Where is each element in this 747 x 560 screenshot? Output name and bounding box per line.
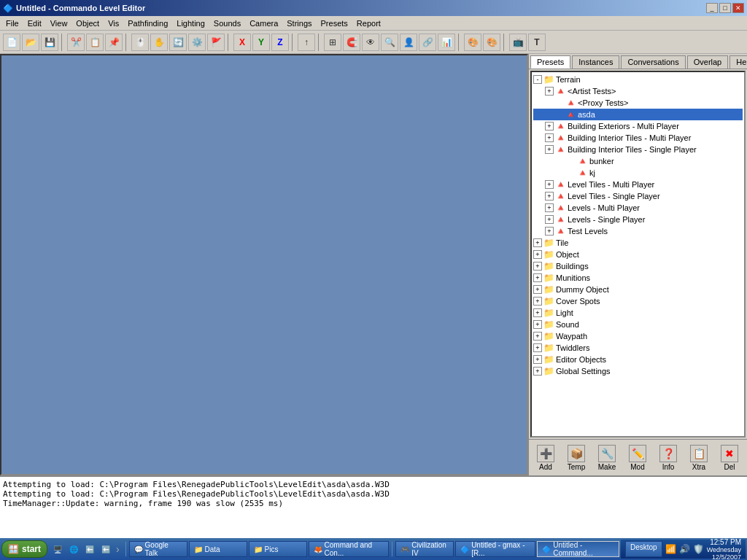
ql-icon-1[interactable]: 🖥️ [50, 542, 65, 556]
expander-building-ext[interactable]: + [545, 122, 554, 131]
menu-edit[interactable]: Edit [23, 18, 46, 29]
expander-global-settings[interactable]: + [533, 367, 542, 376]
expander-cover-spots[interactable]: + [533, 297, 542, 306]
tree-node-terrain[interactable]: - 📁 Terrain [533, 74, 743, 85]
toolbar-cut[interactable]: ✂️ [67, 34, 85, 51]
toolbar-settings[interactable]: ⚙️ [188, 34, 206, 51]
menu-strings[interactable]: Strings [282, 18, 316, 29]
tree-node-test-levels[interactable]: + 🔺 Test Levels [533, 225, 743, 237]
ql-icon-2[interactable]: 🌐 [66, 542, 81, 556]
toolbar-color1[interactable]: 🎨 [464, 34, 481, 51]
expander-waypath[interactable]: + [533, 332, 542, 341]
tab-heightfield[interactable]: Heightfield [729, 55, 747, 69]
tree-node-twiddlers[interactable]: + 📁 Twiddlers [533, 342, 743, 354]
taskbar-commando-active[interactable]: 🔷 Untitled - Command... [537, 541, 619, 557]
tree-node-levels-single[interactable]: + 🔺 Levels - Single Player [533, 214, 743, 225]
tree-node-waypath[interactable]: + 📁 Waypath [533, 330, 743, 342]
tree-node-editor-objects[interactable]: + 📁 Editor Objects [533, 354, 743, 365]
make-button[interactable]: 🔧 Make [593, 443, 621, 472]
expander-editor-objects[interactable]: + [533, 355, 542, 364]
ql-icon-3[interactable]: ⬅️ [82, 542, 97, 556]
tree-node-building-ext-multi[interactable]: + 🔺 Building Exteriors - Multi Player [533, 120, 743, 132]
toolbar-flag[interactable]: 🚩 [207, 34, 225, 51]
add-button[interactable]: ➕ Add [532, 443, 560, 472]
menu-sounds[interactable]: Sounds [209, 18, 245, 29]
expander-building-int-single[interactable]: + [545, 145, 554, 154]
tab-overlap[interactable]: Overlap [687, 55, 729, 69]
viewport[interactable] [0, 54, 528, 475]
tree-node-proxy-tests[interactable]: 🔺 <Proxy Tests> [533, 97, 743, 109]
expander-twiddlers[interactable]: + [533, 343, 542, 352]
desktop-button[interactable]: Desktop [625, 541, 662, 557]
expander-levels-single[interactable]: + [545, 215, 554, 224]
menu-presets[interactable]: Presets [317, 18, 352, 29]
expander-sound[interactable]: + [533, 320, 542, 329]
expander-tile[interactable]: + [533, 238, 542, 247]
menu-report[interactable]: Report [352, 18, 385, 29]
toolbar-copy[interactable]: 📋 [86, 34, 104, 51]
del-button[interactable]: ✖ Del [716, 443, 743, 472]
menu-pathfinding[interactable]: Pathfinding [123, 18, 172, 29]
menu-file[interactable]: File [1, 18, 23, 29]
maximize-button[interactable]: □ [719, 3, 731, 13]
toolbar-arrow[interactable]: ↑ [298, 34, 315, 51]
ql-icon-4[interactable]: ⬅️ [98, 542, 113, 556]
tree-node-buildings[interactable]: + 📁 Buildings [533, 260, 743, 272]
expander-levels-multi[interactable]: + [545, 203, 554, 212]
toolbar-eye[interactable]: 👁 [362, 34, 379, 51]
start-button[interactable]: 🪟 start [1, 540, 47, 558]
toolbar-text[interactable]: T [528, 34, 546, 51]
tree-node-bunker[interactable]: 🔺 bunker [533, 155, 743, 167]
toolbar-y-axis[interactable]: Y [252, 34, 270, 51]
menu-view[interactable]: View [46, 18, 72, 29]
toolbar-vis[interactable]: 🔍 [381, 34, 398, 51]
close-button[interactable]: ✕ [732, 3, 744, 13]
xtra-button[interactable]: 📋 Xtra [685, 443, 713, 472]
taskbar-data[interactable]: 📁 Data [189, 541, 247, 557]
expander-object[interactable]: + [533, 250, 542, 259]
expander-munitions[interactable]: + [533, 273, 542, 282]
expander-level-tiles-single[interactable]: + [545, 192, 554, 201]
menu-vis[interactable]: Vis [104, 18, 123, 29]
tab-instances[interactable]: Instances [572, 55, 619, 69]
tree-node-global-settings[interactable]: + 📁 Global Settings [533, 365, 743, 377]
expander-terrain[interactable]: - [533, 75, 542, 84]
expander-test-levels[interactable]: + [545, 227, 554, 236]
toolbar-paste[interactable]: 📌 [105, 34, 123, 51]
toolbar-x-axis[interactable]: X [233, 34, 251, 51]
toolbar-display[interactable]: 📺 [509, 34, 527, 51]
taskbar-civilization[interactable]: 🎮 Civilization IV [395, 541, 454, 557]
taskbar-command[interactable]: 🦊 Command and Con... [309, 541, 390, 557]
toolbar-path[interactable]: 🔗 [419, 34, 436, 51]
toolbar-rotate[interactable]: 🔄 [169, 34, 187, 51]
tree-node-kj[interactable]: 🔺 kj [533, 167, 743, 179]
tree-node-building-int-single[interactable]: + 🔺 Building Interior Tiles - Single Pla… [533, 144, 743, 155]
toolbar-move[interactable]: ✋ [150, 34, 168, 51]
expander-light[interactable]: + [533, 308, 542, 317]
tree-node-munitions[interactable]: + 📁 Munitions [533, 272, 743, 284]
tree-node-artist-tests[interactable]: + 🔺 <Artist Tests> [533, 85, 743, 97]
expander-dummy-object[interactable]: + [533, 285, 542, 294]
toolbar-grid[interactable]: ⊞ [324, 34, 341, 51]
toolbar-select[interactable]: 🖱️ [131, 34, 149, 51]
minimize-button[interactable]: _ [706, 3, 718, 13]
title-bar-controls[interactable]: _ □ ✕ [706, 3, 744, 13]
toolbar-save[interactable]: 💾 [41, 34, 58, 51]
toolbar-new[interactable]: 📄 [3, 34, 20, 51]
menu-object[interactable]: Object [71, 18, 104, 29]
menu-camera[interactable]: Camera [245, 18, 282, 29]
tree-node-cover-spots[interactable]: + 📁 Cover Spots [533, 295, 743, 307]
tree-node-dummy-object[interactable]: + 📁 Dummy Object [533, 284, 743, 295]
toolbar-extra1[interactable]: 📊 [438, 34, 455, 51]
tree-node-asda[interactable]: 🔺 asda [533, 109, 743, 120]
toolbar-snap[interactable]: 🧲 [343, 34, 360, 51]
expander-buildings[interactable]: + [533, 262, 542, 271]
toolbar-color2[interactable]: 🎨 [483, 34, 500, 51]
toolbar-npc[interactable]: 👤 [400, 34, 417, 51]
expander-artist-tests[interactable]: + [545, 87, 554, 96]
tab-presets[interactable]: Presets [530, 55, 570, 69]
tab-conversations[interactable]: Conversations [621, 55, 685, 69]
taskbar-gmax[interactable]: 🔷 Untitled - gmax - [R... [455, 541, 535, 557]
expander-building-int-multi[interactable]: + [545, 133, 554, 142]
tree-node-building-int-multi[interactable]: + 🔺 Building Interior Tiles - Multi Play… [533, 132, 743, 144]
